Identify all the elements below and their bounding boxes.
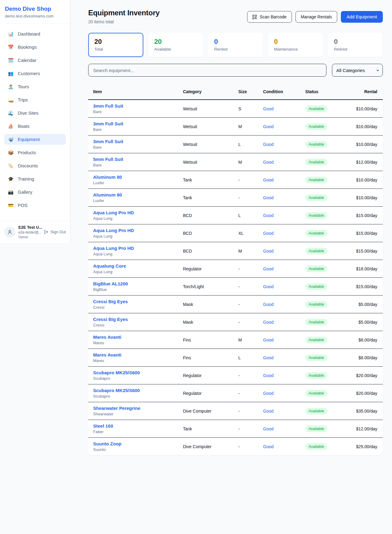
sidebar-item-calendar[interactable]: 🗓️Calendar (4, 55, 66, 66)
rental-price: $12.00/day (356, 160, 377, 165)
item-name-link[interactable]: Suunto Zoop (93, 441, 173, 446)
status-badge: Available (305, 283, 328, 290)
condition-link[interactable]: Good (263, 426, 273, 431)
sidebar-item-gallery[interactable]: 📸Gallery (4, 187, 66, 197)
sidebar-item-dive-sites[interactable]: 🌊Dive Sites (4, 108, 66, 118)
stat-value: 20 (94, 38, 137, 46)
item-name-link[interactable]: Shearwater Peregrine (93, 406, 173, 411)
user-email: e2e-tester@... (18, 230, 41, 235)
item-category: BCD (178, 242, 233, 260)
item-category: Wetsuit (178, 153, 233, 171)
item-name-link[interactable]: Cressi Big Eyes (93, 317, 173, 322)
item-name-link[interactable]: Scubapro MK25/S600 (93, 388, 173, 393)
table-row: Aqua Lung Pro HDAqua LungBCDXLGoodAvaila… (88, 224, 383, 242)
sidebar-item-label: POS (18, 203, 28, 208)
condition-link[interactable]: Good (263, 124, 273, 129)
item-name-link[interactable]: Scubapro MK25/S600 (93, 370, 173, 375)
item-name-link[interactable]: Aqua Lung Pro HD (93, 210, 173, 215)
item-name-link[interactable]: 3mm Full Suit (93, 139, 173, 144)
item-size: S (233, 100, 258, 118)
condition-link[interactable]: Good (263, 409, 273, 414)
island-icon: 🏝️ (8, 84, 14, 89)
sidebar-item-discounts[interactable]: 🏷️Discounts (4, 160, 66, 171)
item-category: Regulator (178, 384, 233, 402)
table-row: Aqua Lung Pro HDAqua LungBCDMGoodAvailab… (88, 242, 383, 260)
stat-card-maintenance[interactable]: 0Maintenance (268, 33, 323, 57)
item-size: - (233, 278, 258, 296)
stat-value: 20 (154, 38, 197, 46)
item-name-link[interactable]: Aluminum 80 (93, 174, 173, 180)
scan-barcode-button[interactable]: Scan Barcode (247, 11, 292, 23)
item-brand: Mares (93, 341, 173, 345)
sidebar-item-bookings[interactable]: 📅Bookings (4, 42, 66, 52)
condition-link[interactable]: Good (263, 249, 273, 254)
condition-link[interactable]: Good (263, 213, 273, 218)
table-row: Aqua Lung Pro HDAqua LungBCDLGoodAvailab… (88, 207, 383, 224)
table-row: Steel 100FaberTank-GoodAvailable$12.00/d… (88, 420, 383, 438)
sidebar-item-dashboard[interactable]: 📊Dashboard (4, 29, 66, 39)
item-name-link[interactable]: Cressi Big Eyes (93, 299, 173, 304)
item-name-link[interactable]: Steel 100 (93, 423, 173, 429)
table-row: Shearwater PeregrineShearwaterDive Compu… (88, 402, 383, 420)
condition-link[interactable]: Good (263, 177, 273, 182)
sidebar-item-products[interactable]: 📦Products (4, 147, 66, 158)
item-name-link[interactable]: Aqualung Core (93, 263, 173, 269)
item-category: Regulator (178, 260, 233, 278)
sign-out-button[interactable]: Sign Out (44, 230, 66, 234)
condition-link[interactable]: Good (263, 320, 273, 325)
stat-value: 0 (274, 38, 317, 46)
sidebar-item-label: Trips (18, 97, 28, 102)
stat-card-retired[interactable]: 0Retired (328, 33, 383, 57)
condition-link[interactable]: Good (263, 355, 273, 360)
stat-card-available[interactable]: 20Available (148, 33, 203, 57)
item-category: Wetsuit (178, 100, 233, 118)
condition-link[interactable]: Good (263, 142, 273, 147)
condition-link[interactable]: Good (263, 266, 273, 271)
brand-name[interactable]: Demo Dive Shop (5, 6, 65, 12)
search-input[interactable] (88, 64, 326, 77)
sidebar-item-label: Gallery (18, 189, 32, 195)
sidebar-item-customers[interactable]: 👥Customers (4, 68, 66, 79)
item-name-link[interactable]: 3mm Full Suit (93, 103, 173, 109)
manage-rentals-button[interactable]: Manage Rentals (296, 11, 337, 23)
condition-link[interactable]: Good (263, 338, 273, 342)
item-name-link[interactable]: Mares Avanti (93, 334, 173, 340)
item-name-link[interactable]: 5mm Full Suit (93, 157, 173, 162)
condition-link[interactable]: Good (263, 391, 273, 396)
item-name-link[interactable]: BigBlue AL1200 (93, 281, 173, 286)
condition-link[interactable]: Good (263, 373, 273, 378)
sidebar-item-equipment[interactable]: 🤿Equipment (4, 134, 66, 145)
add-equipment-button[interactable]: Add Equipment (341, 11, 383, 23)
sidebar-item-trips[interactable]: 🚤Trips (4, 94, 66, 105)
item-brand: Aqua Lung (93, 252, 173, 256)
item-name-link[interactable]: 3mm Full Suit (93, 121, 173, 126)
sidebar-item-training[interactable]: 🎓Training (4, 174, 66, 184)
item-name-link[interactable]: Aqua Lung Pro HD (93, 228, 173, 233)
stats-row: 20Total20Available0Rented0Maintenance0Re… (88, 33, 383, 57)
status-badge: Available (305, 390, 328, 397)
sidebar-item-pos[interactable]: 💳POS (4, 200, 66, 211)
stat-card-total[interactable]: 20Total (88, 33, 143, 57)
sidebar-item-tours[interactable]: 🏝️Tours (4, 81, 66, 92)
item-brand: Aqua Lung (93, 269, 173, 274)
item-category: BCD (178, 207, 233, 224)
item-brand: Shearwater (93, 412, 173, 416)
condition-link[interactable]: Good (263, 231, 273, 236)
column-header-rental: Rental (346, 84, 383, 100)
item-name-link[interactable]: Mares Avanti (93, 352, 173, 357)
category-select[interactable]: All Categories (332, 64, 383, 77)
stat-card-rented[interactable]: 0Rented (208, 33, 263, 57)
condition-link[interactable]: Good (263, 106, 273, 111)
item-name-link[interactable]: Aluminum 80 (93, 192, 173, 197)
sidebar-item-boats[interactable]: ⛵Boats (4, 121, 66, 132)
sidebar-item-label: Products (18, 150, 36, 155)
item-size: - (233, 260, 258, 278)
item-name-link[interactable]: Aqua Lung Pro HD (93, 246, 173, 251)
condition-link[interactable]: Good (263, 195, 273, 200)
condition-link[interactable]: Good (263, 160, 273, 165)
condition-link[interactable]: Good (263, 302, 273, 307)
condition-link[interactable]: Good (263, 284, 273, 289)
stat-label: Retired (334, 47, 377, 51)
sidebar-item-label: Boats (18, 124, 29, 129)
condition-link[interactable]: Good (263, 444, 273, 449)
